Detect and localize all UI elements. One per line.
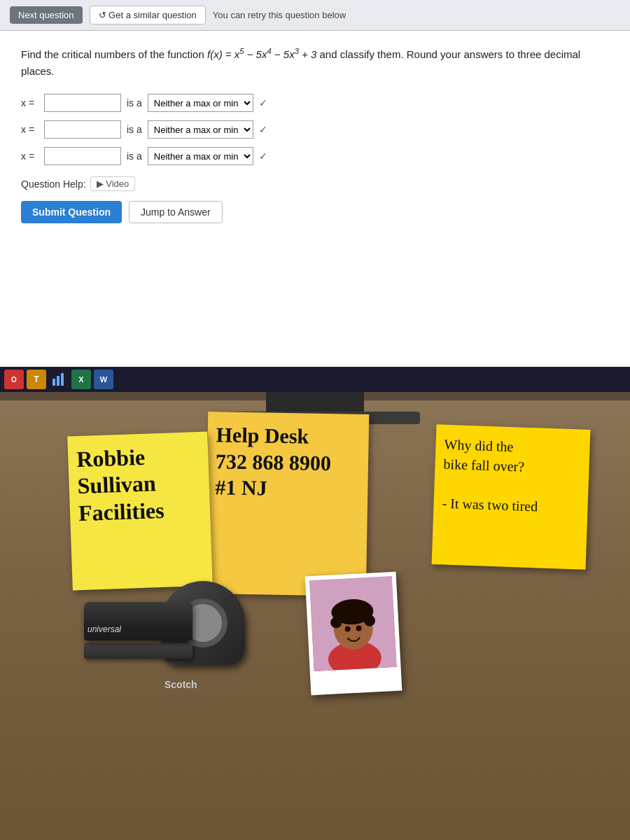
- browser-toolbar: Next question ↺ Get a similar question Y…: [0, 0, 630, 31]
- question-help-label: Question Help:: [21, 178, 86, 190]
- sticky-note-robbie: Robbie Sullivan Facilities: [67, 432, 213, 591]
- retry-text: You can retry this question below: [213, 10, 346, 20]
- answer-row-2: x = is a Neither a max or min Local maxi…: [21, 120, 609, 139]
- x-input-1[interactable]: [44, 94, 121, 112]
- photo: [305, 572, 402, 696]
- check-icon-3: ✓: [259, 150, 267, 162]
- x-input-2[interactable]: [44, 120, 121, 139]
- stapler: [84, 602, 196, 686]
- question-text: Find the critical numbers of the functio…: [21, 45, 609, 80]
- is-a-text-3: is a: [127, 150, 142, 162]
- action-buttons: Submit Question Jump to Answer: [21, 201, 609, 223]
- x-label-1: x =: [21, 97, 38, 108]
- sticky-robbie-text: Robbie Sullivan Facilities: [76, 442, 202, 526]
- tape-brand-label: Scotch: [164, 679, 197, 690]
- submit-question-button[interactable]: Submit Question: [21, 201, 122, 223]
- svg-rect-2: [61, 373, 64, 386]
- x-label-2: x =: [21, 124, 38, 135]
- svg-rect-0: [52, 379, 55, 386]
- is-a-text-2: is a: [127, 124, 142, 135]
- question-content: Find the critical numbers of the functio…: [0, 31, 630, 367]
- sticky-note-helpdesk: Help Desk 732 868 8900 #1 NJ: [205, 412, 370, 596]
- classify-select-1[interactable]: Neither a max or min Local maximum Local…: [148, 94, 253, 112]
- photo-image: [309, 576, 397, 671]
- x-label-3: x =: [21, 150, 38, 162]
- check-icon-2: ✓: [259, 124, 267, 135]
- taskbar-start-icon[interactable]: O: [4, 370, 24, 389]
- next-question-button[interactable]: Next question: [10, 6, 83, 24]
- x-input-3[interactable]: [44, 147, 121, 165]
- monitor-stand: [266, 392, 364, 413]
- taskbar-analytics-icon[interactable]: [49, 370, 69, 389]
- jump-to-answer-button[interactable]: Jump to Answer: [129, 201, 223, 223]
- classify-select-3[interactable]: Neither a max or min Local maximum Local…: [148, 147, 253, 165]
- get-similar-button[interactable]: ↺ Get a similar question: [90, 6, 206, 24]
- stapler-brand-label: universal: [88, 624, 121, 634]
- classify-select-2[interactable]: Neither a max or min Local maximum Local…: [148, 120, 253, 139]
- is-a-text-1: is a: [127, 97, 142, 108]
- sticky-joke-text: Why did the bike fall over? - It was two…: [442, 435, 582, 518]
- taskbar-word-icon[interactable]: W: [94, 370, 113, 389]
- stapler-body: [84, 602, 192, 640]
- answer-row-3: x = is a Neither a max or min Local maxi…: [21, 147, 609, 165]
- sticky-helpdesk-text: Help Desk 732 868 8900 #1 NJ: [215, 421, 360, 503]
- stapler-base: [84, 643, 192, 659]
- answer-row-1: x = is a Neither a max or min Local maxi…: [21, 94, 609, 112]
- question-help-row: Question Help: ▶ Video: [21, 176, 609, 191]
- check-icon-1: ✓: [259, 97, 267, 108]
- taskbar-excel-icon[interactable]: X: [71, 370, 91, 389]
- taskbar-t-icon[interactable]: T: [27, 370, 46, 389]
- video-link[interactable]: ▶ Video: [90, 176, 136, 191]
- sticky-note-joke: Why did the bike fall over? - It was two…: [432, 424, 591, 570]
- svg-rect-1: [57, 376, 59, 386]
- taskbar: O T X W: [0, 367, 630, 392]
- photo-frame: [305, 572, 402, 696]
- monitor-screen: Next question ↺ Get a similar question Y…: [0, 0, 630, 392]
